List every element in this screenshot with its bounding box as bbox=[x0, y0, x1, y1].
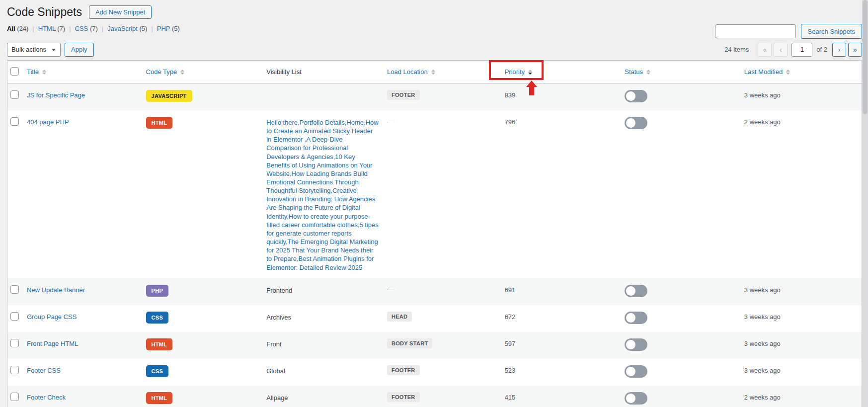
current-page-input[interactable] bbox=[791, 43, 812, 57]
snippet-title-link[interactable]: New Update Banner bbox=[27, 285, 85, 294]
visibility-list: Global bbox=[266, 365, 285, 375]
bulk-actions-wrap: Bulk actions Apply bbox=[7, 43, 94, 57]
row-checkbox[interactable] bbox=[10, 285, 19, 294]
filter-link-css[interactable]: CSS bbox=[75, 25, 88, 32]
toggle-knob bbox=[626, 313, 635, 323]
toggle-knob bbox=[626, 286, 635, 296]
column-header-load_location[interactable]: Load Location bbox=[383, 60, 501, 83]
column-header-last_modified[interactable]: Last Modified bbox=[740, 60, 862, 83]
filter-item: HTML (7) bbox=[38, 25, 75, 32]
sort-arrows-icon bbox=[42, 70, 46, 75]
table-row: Footer CheckHTMLAllpageFOOTER4152 weeks … bbox=[7, 386, 862, 407]
filter-item: PHP (5) bbox=[157, 25, 180, 32]
items-count: 24 items bbox=[724, 46, 749, 53]
status-toggle[interactable] bbox=[625, 365, 647, 378]
priority-value: 691 bbox=[501, 278, 621, 305]
select-all-header bbox=[7, 60, 23, 83]
next-page-button[interactable]: › bbox=[832, 43, 846, 57]
visibility-list: Frontend bbox=[266, 285, 292, 295]
snippet-title-link[interactable]: JS for Specific Page bbox=[27, 90, 85, 99]
sort-arrows-icon bbox=[180, 70, 184, 75]
snippet-title-link[interactable]: Footer Check bbox=[27, 392, 66, 401]
row-checkbox[interactable] bbox=[10, 339, 19, 347]
column-header-code_type[interactable]: Code Type bbox=[142, 60, 263, 83]
priority-value: 523 bbox=[501, 359, 621, 386]
code-type-badge: JAVASCRIPT bbox=[146, 90, 192, 102]
filter-link-all[interactable]: All bbox=[7, 25, 15, 32]
load-location-badge: HEAD bbox=[387, 312, 412, 322]
last-page-button[interactable]: » bbox=[848, 43, 862, 57]
filter-link-javascript[interactable]: JavaScript bbox=[107, 25, 138, 32]
filter-link-php[interactable]: PHP bbox=[157, 25, 170, 32]
apply-button[interactable]: Apply bbox=[65, 43, 94, 57]
vertical-scrollbar[interactable] bbox=[862, 0, 868, 407]
last-modified: 2 weeks ago bbox=[740, 110, 862, 278]
tablenav-top: Bulk actions Apply 24 items « ‹ of 2 › » bbox=[7, 42, 862, 57]
search-snippets-button[interactable]: Search Snippets bbox=[801, 24, 862, 39]
column-header-title[interactable]: Title bbox=[23, 60, 142, 83]
pagination: 24 items « ‹ of 2 › » bbox=[724, 43, 862, 57]
row-checkbox[interactable] bbox=[10, 312, 19, 321]
table-header-row: TitleCode TypeVisibility ListLoad Locati… bbox=[7, 60, 862, 83]
bulk-actions-select[interactable]: Bulk actions bbox=[7, 43, 61, 57]
filter-link-html[interactable]: HTML bbox=[38, 25, 56, 32]
filter-count: (7) bbox=[56, 25, 66, 32]
filter-count: (24) bbox=[15, 25, 29, 32]
table-row: Front Page HTMLHTMLFrontBODY START5973 w… bbox=[7, 332, 862, 359]
table-row: Footer CSSCSSGlobalFOOTER5233 weeks ago bbox=[7, 359, 862, 386]
total-pages-label: of 2 bbox=[816, 46, 827, 53]
last-modified: 3 weeks ago bbox=[740, 83, 862, 110]
priority-value: 597 bbox=[501, 332, 621, 359]
select-all-checkbox[interactable] bbox=[10, 67, 19, 76]
row-checkbox[interactable] bbox=[10, 117, 19, 126]
code-type-badge: CSS bbox=[146, 312, 169, 324]
scrollbar-thumb[interactable] bbox=[863, 0, 868, 114]
sort-arrows-icon bbox=[431, 70, 435, 75]
sort-arrows-icon bbox=[646, 70, 650, 75]
load-location-badge: FOOTER bbox=[387, 392, 420, 402]
sort-arrows-icon bbox=[528, 70, 532, 75]
status-toggle[interactable] bbox=[625, 312, 647, 324]
snippet-title-link[interactable]: Group Page CSS bbox=[27, 312, 77, 321]
snippet-title-link[interactable]: 404 page PHP bbox=[27, 117, 69, 126]
column-header-status[interactable]: Status bbox=[621, 60, 740, 83]
status-toggle[interactable] bbox=[625, 90, 647, 102]
status-toggle[interactable] bbox=[625, 117, 647, 129]
status-toggle[interactable] bbox=[625, 338, 647, 351]
snippet-title-link[interactable]: Front Page HTML bbox=[27, 338, 78, 347]
table-row: JS for Specific PageJAVASCRIPTFOOTER8393… bbox=[7, 83, 862, 110]
visibility-list[interactable]: Hello there,Portfolio Details,Home,How t… bbox=[266, 117, 379, 272]
page-header: Code Snippets Add New Snippet bbox=[7, 0, 868, 20]
filter-count: (5) bbox=[138, 25, 148, 32]
last-modified: 2 weeks ago bbox=[740, 386, 862, 407]
code-type-badge: HTML bbox=[146, 338, 173, 350]
search-input[interactable] bbox=[715, 24, 796, 38]
add-new-snippet-button[interactable]: Add New Snippet bbox=[89, 5, 152, 19]
load-location-empty: — bbox=[387, 117, 394, 125]
first-page-button[interactable]: « bbox=[758, 43, 772, 57]
load-location-badge: BODY START bbox=[387, 338, 433, 348]
code-type-badge: CSS bbox=[146, 365, 169, 377]
visibility-list: Allpage bbox=[266, 392, 288, 402]
filter-item: All (24) bbox=[7, 25, 38, 32]
row-checkbox[interactable] bbox=[10, 393, 19, 401]
code-type-badge: HTML bbox=[146, 392, 173, 404]
prev-page-button[interactable]: ‹ bbox=[774, 43, 788, 57]
row-checkbox[interactable] bbox=[10, 366, 19, 374]
row-checkbox[interactable] bbox=[10, 90, 19, 99]
table-row: New Update BannerPHPFrontend—6913 weeks … bbox=[7, 278, 862, 305]
code-type-badge: PHP bbox=[146, 285, 169, 297]
snippet-title-link[interactable]: Footer CSS bbox=[27, 365, 61, 374]
status-toggle[interactable] bbox=[625, 285, 647, 297]
filter-count: (5) bbox=[170, 25, 180, 32]
table-row: Group Page CSSCSSArchivesHEAD6723 weeks … bbox=[7, 305, 862, 332]
column-header-visibility: Visibility List bbox=[262, 60, 383, 83]
status-toggle[interactable] bbox=[625, 392, 647, 405]
visibility-list: Archives bbox=[266, 312, 291, 322]
column-header-priority[interactable]: Priority bbox=[501, 60, 621, 83]
toggle-knob bbox=[626, 367, 635, 376]
snippets-table: TitleCode TypeVisibility ListLoad Locati… bbox=[7, 60, 862, 407]
load-location-empty: — bbox=[387, 285, 394, 293]
last-modified: 3 weeks ago bbox=[740, 278, 862, 305]
filter-item: CSS (7) bbox=[75, 25, 108, 32]
